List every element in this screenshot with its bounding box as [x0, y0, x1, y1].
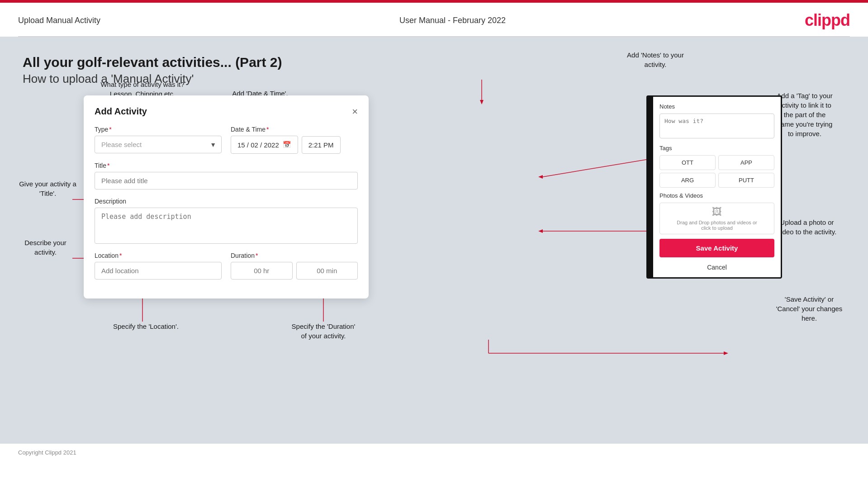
- notes-textarea[interactable]: [659, 114, 774, 138]
- close-button[interactable]: ×: [352, 107, 358, 117]
- title-group: Title*: [95, 162, 358, 190]
- location-duration-row: Location* Duration*: [95, 252, 358, 280]
- svg-marker-22: [538, 229, 543, 233]
- tag-ott[interactable]: OTT: [659, 155, 716, 170]
- phone-panel: Notes Tags OTT APP ARG PUTT Photos & Vid…: [646, 95, 782, 279]
- header: Upload Manual Activity User Manual - Feb…: [0, 3, 868, 36]
- modal-header: Add Activity ×: [95, 106, 358, 117]
- annotation-notes: Add 'Notes' to youractivity.: [610, 50, 701, 69]
- duration-hr-input[interactable]: [231, 262, 293, 280]
- logo: clippd: [805, 11, 850, 30]
- add-activity-modal: Add Activity × Type* Please select ▼ Dat…: [84, 95, 369, 298]
- datetime-group: Date & Time* 15 / 02 / 2022 📅 2:21 PM: [231, 126, 358, 154]
- footer: Copyright Clippd 2021: [0, 444, 868, 461]
- cancel-button[interactable]: Cancel: [653, 261, 781, 277]
- calendar-icon: 📅: [283, 141, 291, 149]
- save-activity-button[interactable]: Save Activity: [659, 239, 774, 257]
- photos-upload-area[interactable]: 🖼 Drag and Drop photos and videos orclic…: [659, 203, 774, 234]
- duration-label: Duration*: [231, 252, 358, 259]
- title-label: Title*: [95, 162, 358, 169]
- location-label: Location*: [95, 252, 222, 259]
- main-content: All your golf-relevant activities... (Pa…: [0, 37, 868, 444]
- description-label: Description: [95, 198, 358, 205]
- type-label: Type*: [95, 126, 222, 133]
- duration-min-input[interactable]: [296, 262, 358, 280]
- annotation-title: Give your activity a'Title'.: [13, 179, 83, 198]
- datetime-label: Date & Time*: [231, 126, 358, 133]
- annotation-location: Specify the 'Location'.: [104, 322, 188, 331]
- tags-grid: OTT APP ARG PUTT: [653, 155, 781, 192]
- phone-side-bar: [648, 97, 653, 277]
- notes-section: Notes: [653, 97, 781, 145]
- copyright: Copyright Clippd 2021: [18, 449, 76, 456]
- notes-label: Notes: [659, 103, 774, 110]
- title-input[interactable]: [95, 172, 358, 190]
- type-group: Type* Please select ▼: [95, 126, 222, 154]
- annotation-description: Describe youractivity.: [13, 238, 78, 257]
- description-textarea[interactable]: [95, 208, 358, 244]
- tag-putt[interactable]: PUTT: [718, 173, 774, 188]
- phone-content: Notes Tags OTT APP ARG PUTT Photos & Vid…: [653, 97, 781, 277]
- page-title-header: Upload Manual Activity: [18, 16, 100, 25]
- tags-label: Tags: [653, 145, 781, 152]
- duration-inputs: [231, 262, 358, 280]
- svg-marker-25: [724, 351, 728, 355]
- date-input[interactable]: 15 / 02 / 2022 📅: [231, 136, 298, 154]
- page-title: All your golf-relevant activities... (Pa…: [23, 55, 845, 70]
- type-datetime-row: Type* Please select ▼ Date & Time* 15 / …: [95, 126, 358, 154]
- svg-marker-18: [480, 100, 484, 104]
- annotation-duration: Specify the 'Duration'of your activity.: [276, 322, 371, 341]
- photos-label: Photos & Videos: [653, 192, 781, 199]
- datetime-inputs: 15 / 02 / 2022 📅 2:21 PM: [231, 136, 358, 154]
- upload-icon: 🖼: [712, 206, 722, 218]
- svg-marker-20: [538, 175, 543, 179]
- type-select-wrapper: Please select ▼: [95, 136, 222, 153]
- type-select[interactable]: Please select: [95, 136, 222, 153]
- time-input[interactable]: 2:21 PM: [302, 136, 341, 154]
- modal-title: Add Activity: [95, 106, 147, 117]
- tag-app[interactable]: APP: [718, 155, 774, 170]
- manual-date: User Manual - February 2022: [399, 16, 506, 25]
- upload-text: Drag and Drop photos and videos orclick …: [677, 220, 757, 231]
- location-input[interactable]: [95, 262, 222, 280]
- phone-screen: Notes Tags OTT APP ARG PUTT Photos & Vid…: [646, 95, 782, 279]
- tag-arg[interactable]: ARG: [659, 173, 716, 188]
- duration-group: Duration*: [231, 252, 358, 280]
- location-group: Location*: [95, 252, 222, 280]
- description-group: Description: [95, 198, 358, 244]
- annotation-save: 'Save Activity' or'Cancel' your changesh…: [755, 294, 863, 323]
